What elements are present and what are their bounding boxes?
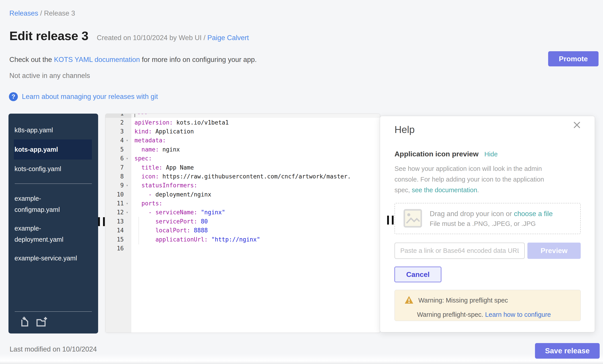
promote-button[interactable]: Promote xyxy=(548,51,599,66)
sidebar-file-kots-app.yaml[interactable]: kots-app.yaml xyxy=(14,139,92,159)
icon-preview-description: See how your application icon will look … xyxy=(394,163,551,195)
right-splitter-handle-1[interactable] xyxy=(387,216,389,225)
icon-dropzone[interactable]: Drag and drop your icon or choose a file… xyxy=(394,203,581,234)
new-file-icon[interactable] xyxy=(19,316,32,329)
line-number: 14 xyxy=(105,227,124,234)
text-cursor xyxy=(134,114,135,117)
warning-title: Warning: Missing preflight spec xyxy=(418,297,508,304)
code-line-16[interactable]: 16 xyxy=(105,244,380,253)
choose-file-link[interactable]: choose a file xyxy=(514,210,553,218)
warning-triangle-icon xyxy=(404,295,414,305)
line-number: 11 xyxy=(105,200,124,207)
left-splitter-handle-2[interactable] xyxy=(103,217,105,226)
code-text: statusInformers: xyxy=(131,181,380,190)
line-number: 5 xyxy=(105,146,124,153)
fold-caret-icon[interactable]: ▾ xyxy=(124,138,130,143)
sidebar-bottom xyxy=(9,311,98,333)
yaml-editor[interactable]: 1---2apiVersion: kots.io/v1beta13kind: A… xyxy=(105,114,380,333)
sidebar-file-example-service.yaml[interactable]: example-service.yaml xyxy=(9,249,82,267)
help-panel: Help Application icon preview Hide See h… xyxy=(380,116,595,332)
see-documentation-link[interactable]: see the documentation xyxy=(412,187,477,194)
git-releases-link[interactable]: Learn about managing your releases with … xyxy=(22,93,158,101)
code-line-4[interactable]: 4▾metadata: xyxy=(105,136,380,145)
code-text: - deployment/nginx xyxy=(131,190,380,199)
warning-body: Warning preflight-spec. Learn how to con… xyxy=(417,311,574,318)
line-number: 2 xyxy=(105,119,124,126)
fold-caret-icon[interactable]: ▾ xyxy=(124,183,130,188)
file-sidebar: k8s-app.yamlkots-app.yamlkots-config.yam… xyxy=(9,114,98,333)
code-line-15[interactable]: 15 applicationUrl: "http://nginx" xyxy=(105,235,380,244)
code-line-2[interactable]: 2apiVersion: kots.io/v1beta1 xyxy=(105,118,380,127)
sidebar-bottom-divider xyxy=(15,311,92,312)
new-folder-icon[interactable] xyxy=(35,316,48,329)
sidebar-file-example-deployment.yaml[interactable]: example-deployment.yaml xyxy=(9,219,82,249)
line-number: 8 xyxy=(105,173,124,180)
code-text: metadata: xyxy=(131,136,380,145)
code-line-11[interactable]: 11▾ ports: xyxy=(105,199,380,208)
code-line-14[interactable]: 14 localPort: 8888 xyxy=(105,226,380,235)
image-placeholder-icon xyxy=(403,206,423,231)
breadcrumb-current: Release 3 xyxy=(44,9,75,17)
breadcrumb-separator: / xyxy=(40,9,44,17)
preflight-warning: Warning: Missing preflight spec Warning … xyxy=(394,290,581,321)
save-release-button[interactable]: Save release xyxy=(535,343,600,359)
line-number: 16 xyxy=(105,245,124,252)
code-text: kind: Application xyxy=(131,127,380,136)
line-number: 15 xyxy=(105,236,124,243)
code-text: apiVersion: kots.io/v1beta1 xyxy=(131,118,380,127)
code-line-5[interactable]: 5 name: nginx xyxy=(105,145,380,154)
sidebar-file-kots-config.yaml[interactable]: kots-config.yaml xyxy=(9,159,82,178)
code-line-9[interactable]: 9▾ statusInformers: xyxy=(105,181,380,190)
code-line-6[interactable]: 6▾spec: xyxy=(105,154,380,163)
code-line-8[interactable]: 8 icon: https://raw.githubusercontent.co… xyxy=(105,172,380,181)
doc-line: Check out the KOTS YAML documentation fo… xyxy=(9,56,257,64)
example-file-list: example-configmap.yamlexample-deployment… xyxy=(9,189,98,267)
line-number: 12 xyxy=(105,209,124,216)
cancel-button[interactable]: Cancel xyxy=(394,267,441,282)
code-text: spec: xyxy=(131,154,380,163)
breadcrumb-releases-link[interactable]: Releases xyxy=(9,9,38,17)
line-number: 1 xyxy=(105,114,124,117)
channel-status: Not active in any channels xyxy=(9,72,90,80)
fold-caret-icon[interactable]: ▾ xyxy=(124,210,130,215)
sidebar-file-example-configmap.yaml[interactable]: example-configmap.yaml xyxy=(9,189,82,219)
bottom-fade xyxy=(0,354,603,364)
question-circle-icon: ? xyxy=(9,92,18,101)
code-line-1[interactable]: 1--- xyxy=(105,114,380,118)
line-number: 10 xyxy=(105,191,124,198)
code-text: title: App Name xyxy=(131,163,380,172)
code-text: applicationUrl: "http://nginx" xyxy=(131,235,380,244)
close-icon[interactable] xyxy=(572,120,582,130)
code-line-10[interactable]: 10 - deployment/nginx xyxy=(105,190,380,199)
code-text: ports: xyxy=(131,199,380,208)
hide-link[interactable]: Hide xyxy=(484,151,498,158)
fold-caret-icon[interactable]: ▾ xyxy=(124,156,130,161)
right-splitter-handle-2[interactable] xyxy=(392,216,394,225)
git-help-row: ? Learn about managing your releases wit… xyxy=(9,92,158,101)
author-link[interactable]: Paige Calvert xyxy=(207,34,249,42)
line-number: 7 xyxy=(105,164,124,171)
code-line-12[interactable]: 12▾ - serviceName: "nginx" xyxy=(105,208,380,217)
code-line-3[interactable]: 3kind: Application xyxy=(105,127,380,136)
code-rows: 1---2apiVersion: kots.io/v1beta13kind: A… xyxy=(105,114,380,253)
learn-how-to-configure-link[interactable]: Learn how to configure xyxy=(485,311,551,318)
line-number: 4 xyxy=(105,137,124,144)
created-meta: Created on 10/10/2024 by Web UI / Paige … xyxy=(97,34,249,42)
sidebar-file-k8s-app.yaml[interactable]: k8s-app.yaml xyxy=(9,121,82,139)
sidebar-divider xyxy=(15,184,92,184)
dropzone-hint: File must be a .PNG, .JPEG, or .JPG xyxy=(430,220,553,227)
code-line-13[interactable]: 13 servicePort: 80 xyxy=(105,217,380,226)
left-splitter-handle-1[interactable] xyxy=(98,217,100,226)
preview-button[interactable]: Preview xyxy=(527,243,581,259)
line-number: 6 xyxy=(105,155,124,162)
kots-yaml-doc-link[interactable]: KOTS YAML documentation xyxy=(54,56,140,64)
line-number: 13 xyxy=(105,218,124,225)
code-line-7[interactable]: 7 title: App Name xyxy=(105,163,380,172)
icon-preview-title: Application icon preview xyxy=(394,150,479,158)
icon-url-input[interactable] xyxy=(394,243,525,259)
file-list: k8s-app.yamlkots-app.yamlkots-config.yam… xyxy=(9,121,98,178)
line-number: 3 xyxy=(105,128,124,135)
fold-caret-icon[interactable]: ▾ xyxy=(124,201,130,206)
code-text xyxy=(131,244,380,253)
breadcrumb: Releases / Release 3 xyxy=(9,9,75,17)
